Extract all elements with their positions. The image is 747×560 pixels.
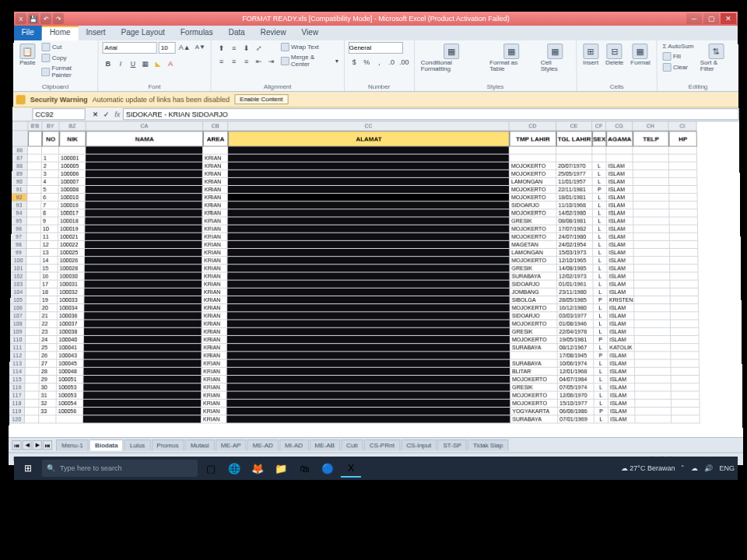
cell[interactable]: MOJOKERTO bbox=[510, 226, 556, 233]
cell[interactable]: ISLAM bbox=[608, 336, 634, 344]
merge-center-button[interactable]: Merge & Center ▾ bbox=[279, 53, 340, 68]
row-header[interactable]: 89 bbox=[12, 170, 27, 178]
cell[interactable]: 100028 bbox=[58, 264, 84, 272]
row-header[interactable]: 110 bbox=[10, 336, 26, 344]
cell[interactable]: ISLAM bbox=[608, 392, 636, 400]
cell[interactable] bbox=[671, 336, 700, 344]
cell[interactable]: 13 bbox=[40, 249, 58, 257]
cell-selected[interactable] bbox=[227, 241, 510, 249]
cell[interactable]: 07/01/1969 bbox=[558, 415, 594, 423]
cell[interactable]: ISLAM bbox=[607, 186, 633, 194]
cell[interactable] bbox=[556, 155, 592, 163]
row-header[interactable]: 117 bbox=[9, 392, 25, 400]
cell[interactable] bbox=[28, 170, 42, 178]
cell[interactable]: L bbox=[593, 209, 607, 217]
cell[interactable]: ISLAM bbox=[607, 257, 633, 264]
cell[interactable]: GRESIK bbox=[510, 383, 558, 391]
currency-icon[interactable]: $ bbox=[349, 56, 360, 68]
chrome-icon[interactable]: 🔵 bbox=[317, 459, 338, 478]
row-header[interactable]: 88 bbox=[12, 163, 28, 170]
row-header[interactable]: 113 bbox=[9, 360, 25, 368]
cell[interactable] bbox=[27, 186, 41, 194]
cell[interactable]: 25/05/1977 bbox=[556, 170, 592, 178]
cell[interactable]: 100030 bbox=[58, 272, 84, 280]
cell[interactable] bbox=[84, 289, 202, 296]
cell[interactable]: MOJOKERTO bbox=[510, 194, 556, 201]
cell[interactable]: 100031 bbox=[58, 281, 84, 289]
cell[interactable]: KRIAN bbox=[202, 415, 226, 423]
cell[interactable]: L bbox=[594, 360, 608, 368]
cell[interactable] bbox=[27, 209, 41, 217]
row-header[interactable]: 120 bbox=[9, 415, 25, 423]
cell[interactable]: 19/05/1981 bbox=[558, 336, 594, 344]
cell[interactable]: 10 bbox=[41, 226, 58, 233]
cell[interactable]: 26 bbox=[40, 352, 57, 359]
cell[interactable]: SIBOLGA bbox=[510, 296, 558, 304]
cell[interactable]: 25 bbox=[40, 344, 57, 352]
row-header[interactable]: 100 bbox=[11, 257, 26, 264]
tab-page-layout[interactable]: Page Layout bbox=[114, 26, 173, 40]
cell[interactable]: LAMONGAN bbox=[510, 249, 557, 257]
col-header[interactable]: CC bbox=[228, 121, 509, 131]
cell[interactable]: 11/01/1957 bbox=[556, 178, 592, 186]
cell[interactable] bbox=[634, 320, 671, 328]
row-header[interactable]: 92 bbox=[12, 194, 27, 201]
cell-selected[interactable] bbox=[227, 320, 510, 328]
cell[interactable]: MOJOKERTO bbox=[510, 163, 556, 170]
enter-fx-icon[interactable]: ✓ bbox=[101, 110, 112, 118]
cell[interactable] bbox=[635, 408, 672, 415]
cell[interactable]: 16 bbox=[40, 272, 58, 280]
cell[interactable]: KRIAN bbox=[202, 328, 227, 336]
cell-selected[interactable] bbox=[227, 249, 510, 257]
cell[interactable]: 100001 bbox=[59, 155, 86, 163]
cell[interactable] bbox=[669, 178, 697, 186]
row-header[interactable]: 103 bbox=[11, 281, 26, 289]
cell[interactable] bbox=[26, 352, 40, 359]
cell-selected[interactable] bbox=[228, 217, 510, 225]
tab-nav-last-icon[interactable]: ⏭ bbox=[43, 440, 52, 450]
store-icon[interactable]: 🛍 bbox=[294, 459, 314, 478]
cell[interactable]: 10/06/1974 bbox=[558, 360, 594, 368]
cell[interactable]: L bbox=[594, 281, 608, 289]
cell[interactable] bbox=[86, 163, 203, 170]
col-header[interactable]: BZ bbox=[59, 121, 86, 131]
cell[interactable]: 21 bbox=[40, 312, 58, 320]
cell[interactable]: KRIAN bbox=[203, 163, 228, 170]
cell[interactable]: KRIAN bbox=[202, 344, 226, 352]
cell-selected[interactable] bbox=[227, 383, 511, 391]
cell[interactable]: GRESIK bbox=[510, 217, 556, 225]
cell[interactable]: SIDOARJO bbox=[510, 312, 558, 320]
delete-cells-button[interactable]: ⊟Delete bbox=[603, 42, 626, 68]
cell[interactable] bbox=[83, 368, 202, 376]
cell[interactable]: 22 bbox=[40, 320, 57, 328]
cell[interactable]: KRIAN bbox=[202, 312, 227, 320]
cell[interactable] bbox=[85, 257, 202, 264]
cell[interactable] bbox=[26, 289, 40, 296]
cell[interactable]: 11 bbox=[41, 233, 58, 241]
cell[interactable]: MOJOKERTO bbox=[510, 257, 557, 264]
row-header[interactable]: 102 bbox=[11, 272, 26, 280]
row-header[interactable]: 112 bbox=[10, 352, 26, 359]
align-bottom-icon[interactable]: ⬇ bbox=[240, 42, 252, 54]
inc-decimal-icon[interactable]: .0 bbox=[386, 56, 398, 68]
sheet-tab[interactable]: Tidak Siap bbox=[468, 439, 508, 450]
cell[interactable]: L bbox=[594, 376, 608, 383]
row-header[interactable]: 114 bbox=[9, 368, 25, 376]
row-header[interactable]: 106 bbox=[10, 304, 26, 312]
font-name-select[interactable] bbox=[103, 42, 157, 54]
close-button[interactable]: ✕ bbox=[721, 13, 736, 24]
tab-review[interactable]: Review bbox=[253, 26, 294, 40]
cell[interactable] bbox=[669, 155, 697, 163]
sheet-tab[interactable]: ME-AP bbox=[216, 439, 247, 450]
cell[interactable]: 100038 bbox=[58, 328, 84, 336]
cell-selected[interactable] bbox=[228, 178, 510, 186]
cell[interactable]: 31 bbox=[39, 392, 56, 400]
cell[interactable]: ISLAM bbox=[608, 281, 634, 289]
formula-input[interactable]: SIDOKARE - KRIAN SIDOARJO bbox=[123, 108, 739, 120]
cell-selected[interactable] bbox=[227, 289, 510, 296]
cell[interactable]: 100022 bbox=[58, 241, 85, 249]
redo-icon[interactable]: ↷ bbox=[53, 13, 64, 24]
cell[interactable]: L bbox=[593, 264, 607, 272]
cell[interactable]: 12 bbox=[41, 241, 58, 249]
cell[interactable]: 100032 bbox=[58, 289, 84, 296]
